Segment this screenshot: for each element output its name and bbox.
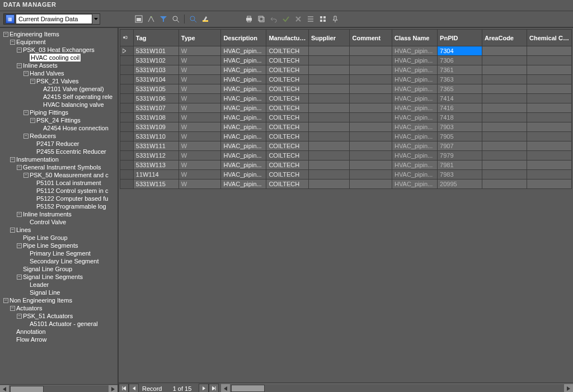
cell-tag[interactable]: 5331W113 bbox=[133, 160, 179, 170]
cell-description[interactable]: HVAC_pipin... bbox=[221, 56, 266, 65]
col-header-classname[interactable]: Class Name bbox=[392, 30, 438, 46]
cell-manufacturer[interactable]: COILTECH bbox=[266, 46, 309, 56]
cell-description[interactable]: HVAC_pipin... bbox=[221, 94, 266, 103]
cell-pnpid[interactable]: 7363 bbox=[438, 75, 482, 84]
row-selector[interactable] bbox=[120, 65, 134, 75]
cell-supplier[interactable] bbox=[309, 103, 350, 113]
find-button[interactable] bbox=[171, 14, 181, 24]
col-header-comment[interactable]: Comment bbox=[350, 30, 392, 46]
cell-tag[interactable]: 5331W110 bbox=[133, 132, 179, 141]
cell-pnpid[interactable]: 7979 bbox=[438, 151, 482, 160]
cell-type[interactable]: W bbox=[179, 84, 221, 94]
cell-chemicalclass[interactable] bbox=[527, 56, 571, 65]
cell-areacode[interactable] bbox=[482, 132, 527, 141]
scroll-left-icon[interactable] bbox=[221, 384, 230, 392]
copy-button[interactable] bbox=[256, 14, 266, 24]
collapse-icon[interactable]: − bbox=[3, 298, 8, 303]
nav-next-button[interactable] bbox=[199, 384, 209, 393]
tree-item[interactable]: P5122 Computer based fu bbox=[3, 195, 116, 202]
cell-classname[interactable]: HVAC_pipin... bbox=[392, 132, 438, 141]
cell-tag[interactable]: 5331W108 bbox=[133, 113, 179, 122]
tree-item[interactable]: Annotation bbox=[3, 328, 116, 336]
cell-description[interactable]: HVAC_pipin... bbox=[221, 151, 266, 160]
tree-item[interactable]: Flow Arrow bbox=[3, 336, 116, 343]
cell-classname[interactable]: HVAC_pipin... bbox=[392, 103, 438, 113]
tree-item[interactable]: P5101 Local instrument bbox=[3, 179, 116, 187]
tree-item[interactable]: P2417 Reducer bbox=[3, 140, 116, 148]
cell-pnpid[interactable]: 7365 bbox=[438, 84, 482, 94]
cell-areacode[interactable] bbox=[482, 56, 527, 65]
table-row[interactable]: 5331W102WHVAC_pipin...COILTECHHVAC_pipin… bbox=[120, 56, 572, 65]
cell-tag[interactable]: 5331W111 bbox=[133, 141, 179, 151]
row-selector[interactable] bbox=[120, 122, 134, 132]
tree-item[interactable]: P5112 Control system in c bbox=[3, 187, 116, 195]
list-button[interactable] bbox=[306, 14, 316, 24]
cell-areacode[interactable] bbox=[482, 75, 527, 84]
cell-classname[interactable]: HVAC_pipin... bbox=[392, 113, 438, 122]
cell-classname[interactable]: HVAC_pipin... bbox=[392, 141, 438, 151]
cell-description[interactable]: HVAC_pipin... bbox=[221, 160, 266, 170]
zoom-button[interactable] bbox=[188, 14, 198, 24]
collapse-icon[interactable]: − bbox=[17, 212, 22, 217]
cell-tag[interactable]: 5331W106 bbox=[133, 94, 179, 103]
tree-item[interactable]: HVAC balancing valve bbox=[3, 101, 116, 108]
tree-item[interactable]: −Inline Instruments bbox=[3, 210, 116, 218]
cell-chemicalclass[interactable] bbox=[527, 84, 571, 94]
cell-areacode[interactable] bbox=[482, 103, 527, 113]
tree-item[interactable]: −Signal Line Segments bbox=[3, 273, 116, 281]
cell-supplier[interactable] bbox=[309, 113, 350, 122]
row-selector[interactable] bbox=[120, 94, 134, 103]
refresh-button[interactable] bbox=[134, 14, 144, 24]
table-row[interactable]: 5331W105WHVAC_pipin...COILTECHHVAC_pipin… bbox=[120, 84, 572, 94]
collapse-icon[interactable]: − bbox=[3, 32, 8, 37]
col-header-supplier[interactable]: Supplier bbox=[309, 30, 350, 46]
table-row[interactable]: 5331W104WHVAC_pipin...COILTECHHVAC_pipin… bbox=[120, 75, 572, 84]
print-button[interactable] bbox=[244, 14, 254, 24]
tree-item[interactable]: −Reducers bbox=[3, 132, 116, 140]
table-row[interactable]: 5331W113WHVAC_pipin...COILTECHHVAC_pipin… bbox=[120, 160, 572, 170]
cell-manufacturer[interactable]: COILTECH bbox=[266, 56, 309, 65]
cell-chemicalclass[interactable] bbox=[527, 65, 571, 75]
cell-areacode[interactable] bbox=[482, 65, 527, 75]
nav-last-button[interactable] bbox=[209, 384, 219, 393]
cell-tag[interactable]: 5331W101 bbox=[133, 46, 179, 56]
data-source-combo[interactable]: ▦ Current Drawing Data bbox=[3, 13, 100, 25]
cell-chemicalclass[interactable] bbox=[527, 75, 571, 84]
apply-button[interactable] bbox=[281, 14, 291, 24]
cell-chemicalclass[interactable] bbox=[527, 160, 571, 170]
cell-pnpid[interactable]: 7304 bbox=[438, 46, 482, 56]
tree-item[interactable]: HVAC cooling coil bbox=[3, 54, 116, 62]
tree-item[interactable]: −PSK_24 Fittings bbox=[3, 116, 116, 124]
cell-type[interactable]: W bbox=[179, 122, 221, 132]
cell-classname[interactable]: HVAC_pipin... bbox=[392, 160, 438, 170]
cell-description[interactable]: HVAC_pipin... bbox=[221, 132, 266, 141]
cell-tag[interactable]: 5331W104 bbox=[133, 75, 179, 84]
cell-manufacturer[interactable]: COILTECH bbox=[266, 113, 309, 122]
tree-hscrollbar[interactable] bbox=[0, 384, 118, 392]
cell-comment[interactable] bbox=[350, 113, 392, 122]
cell-classname[interactable]: HVAC_pipin... bbox=[392, 56, 438, 65]
tree-item[interactable]: −General Instrument Symbols bbox=[3, 163, 116, 171]
tree-item[interactable]: A2415 Self operating rele bbox=[3, 93, 116, 101]
col-header-chemicalclass[interactable]: Chemical Class bbox=[527, 30, 571, 46]
cell-supplier[interactable] bbox=[309, 46, 350, 56]
tree-item[interactable]: −Instrumentation bbox=[3, 155, 116, 163]
cell-manufacturer[interactable]: COILTECH bbox=[266, 170, 309, 180]
row-selector[interactable] bbox=[120, 141, 134, 151]
cell-chemicalclass[interactable] bbox=[527, 141, 571, 151]
col-header-areacode[interactable]: AreaCode bbox=[482, 30, 527, 46]
row-selector[interactable] bbox=[120, 46, 134, 56]
cell-manufacturer[interactable]: COILTECH bbox=[266, 84, 309, 94]
cell-supplier[interactable] bbox=[309, 160, 350, 170]
cell-supplier[interactable] bbox=[309, 170, 350, 180]
cell-comment[interactable] bbox=[350, 151, 392, 160]
tree-item[interactable]: −PSK_03 Heat Exchangers bbox=[3, 46, 116, 54]
row-selector[interactable] bbox=[120, 170, 134, 180]
cell-type[interactable]: W bbox=[179, 94, 221, 103]
cell-comment[interactable] bbox=[350, 122, 392, 132]
cell-classname[interactable]: HVAC_pipin... bbox=[392, 151, 438, 160]
col-header-tag[interactable]: Tag bbox=[133, 30, 179, 46]
cell-comment[interactable] bbox=[350, 84, 392, 94]
tree-view[interactable]: −Engineering Items−Equipment−PSK_03 Heat… bbox=[0, 28, 118, 384]
undo-button[interactable] bbox=[269, 14, 279, 24]
